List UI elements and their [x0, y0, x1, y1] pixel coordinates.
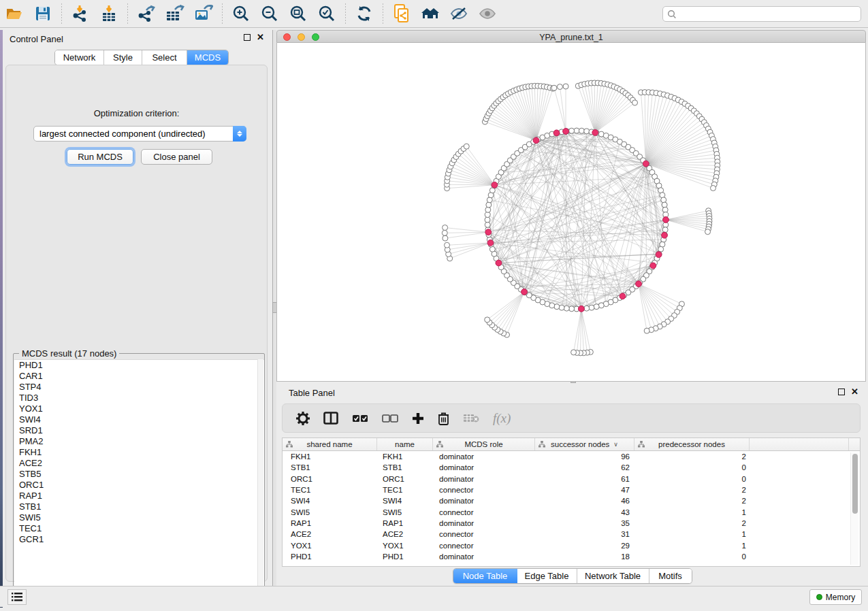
mcds-node[interactable]: [636, 281, 642, 287]
leaf-node[interactable]: [551, 85, 557, 90]
ring-node[interactable]: [662, 202, 667, 208]
function-fx-icon[interactable]: f(x): [493, 411, 511, 426]
result-item-yox1[interactable]: YOX1: [14, 403, 264, 414]
tab-motifs[interactable]: Motifs: [649, 569, 692, 583]
open-folder-icon[interactable]: [1, 2, 27, 25]
close-panel-icon[interactable]: ✕: [851, 389, 858, 395]
leaf-node[interactable]: [705, 229, 711, 235]
result-item-orc1[interactable]: ORC1: [14, 480, 264, 491]
task-history-button[interactable]: [7, 589, 27, 605]
column-header-mcds-role[interactable]: MCDS role: [433, 438, 535, 450]
leaf-node[interactable]: [443, 225, 448, 231]
ring-node[interactable]: [589, 305, 594, 310]
ring-node[interactable]: [485, 217, 490, 222]
leaf-node[interactable]: [442, 230, 447, 235]
leaf-node[interactable]: [557, 84, 562, 90]
table-row-yox1[interactable]: YOX1YOX1connector291: [283, 540, 860, 550]
mcds-node[interactable]: [592, 129, 598, 135]
result-item-tec1[interactable]: TEC1: [14, 523, 264, 534]
network-canvas[interactable]: [276, 43, 866, 382]
network-window-titlebar[interactable]: YPA_prune.txt_1: [276, 30, 866, 43]
zoom-out-icon[interactable]: [257, 2, 283, 25]
search-input[interactable]: [677, 7, 861, 20]
refresh-icon[interactable]: [351, 2, 377, 25]
save-icon[interactable]: [30, 2, 56, 25]
import-table-icon[interactable]: [96, 2, 122, 25]
mcds-node[interactable]: [643, 161, 649, 167]
tab-node-table[interactable]: Node Table: [453, 569, 517, 583]
leaf-node[interactable]: [443, 235, 448, 241]
split-columns-icon[interactable]: [323, 412, 338, 425]
result-item-fkh1[interactable]: FKH1: [14, 447, 264, 458]
destroy-table-icon[interactable]: [463, 413, 479, 423]
export-image-icon[interactable]: [191, 2, 216, 25]
result-item-swi5[interactable]: SWI5: [14, 512, 264, 523]
add-plus-icon[interactable]: [412, 412, 424, 425]
mcds-node[interactable]: [620, 293, 626, 299]
leaf-node[interactable]: [710, 185, 716, 191]
mcds-node[interactable]: [650, 263, 656, 269]
mcds-node[interactable]: [578, 306, 584, 312]
close-panel-icon[interactable]: ✕: [257, 34, 264, 41]
result-item-phd1[interactable]: PHD1: [14, 360, 264, 371]
share-documents-icon[interactable]: [389, 2, 415, 25]
ring-node[interactable]: [569, 306, 575, 312]
mcds-node[interactable]: [487, 240, 494, 246]
leaf-node[interactable]: [445, 242, 450, 248]
column-header-shared-name[interactable]: shared name: [283, 438, 377, 450]
result-item-rap1[interactable]: RAP1: [14, 491, 264, 501]
tab-style[interactable]: Style: [104, 50, 142, 65]
tab-network[interactable]: Network: [55, 50, 104, 65]
result-item-ace2[interactable]: ACE2: [14, 458, 264, 469]
result-item-stp4[interactable]: STP4: [14, 382, 264, 393]
ring-node[interactable]: [569, 128, 575, 133]
mcds-node[interactable]: [485, 229, 492, 235]
leaf-node[interactable]: [644, 328, 649, 333]
criterion-dropdown[interactable]: largest connected component (undirected): [33, 126, 246, 142]
ring-node[interactable]: [579, 128, 584, 133]
table-row-stb1[interactable]: STB1STB1dominator620: [283, 462, 860, 473]
mcds-node[interactable]: [492, 182, 498, 188]
ring-node[interactable]: [594, 304, 599, 310]
result-item-swi4[interactable]: SWI4: [14, 414, 264, 425]
ring-node[interactable]: [574, 128, 579, 133]
table-row-swi4[interactable]: SWI4SWI4dominator462: [283, 495, 860, 506]
table-row-rap1[interactable]: RAP1RAP1dominator352: [283, 518, 860, 529]
ring-node[interactable]: [584, 129, 590, 134]
result-item-stb1[interactable]: STB1: [14, 501, 264, 512]
ring-node[interactable]: [661, 197, 666, 203]
table-scrollbar[interactable]: [850, 452, 858, 565]
result-item-car1[interactable]: CAR1: [14, 371, 264, 382]
mcds-node[interactable]: [662, 232, 668, 238]
leaf-node[interactable]: [464, 144, 469, 149]
memory-button[interactable]: Memory: [809, 589, 862, 605]
export-table-icon[interactable]: [162, 2, 188, 25]
ring-node[interactable]: [485, 222, 490, 227]
ring-node[interactable]: [486, 202, 492, 208]
ring-node[interactable]: [485, 207, 491, 212]
tab-edge-table[interactable]: Edge Table: [517, 569, 577, 583]
table-row-swi5[interactable]: SWI5SWI5connector431: [283, 506, 860, 517]
mcds-node[interactable]: [521, 289, 528, 295]
mcds-node[interactable]: [563, 129, 569, 135]
show-eye-icon[interactable]: [475, 2, 500, 25]
import-network-icon[interactable]: [67, 2, 93, 25]
ring-node[interactable]: [662, 227, 668, 233]
table-row-phd1[interactable]: PHD1PHD1dominator180: [283, 551, 860, 562]
leaf-node[interactable]: [632, 100, 638, 105]
select-all-checkboxes-icon[interactable]: [352, 414, 368, 423]
mcds-node[interactable]: [663, 217, 669, 223]
ring-node[interactable]: [584, 306, 590, 311]
delete-trash-icon[interactable]: [438, 412, 449, 425]
table-scrollbar-thumb[interactable]: [852, 454, 858, 514]
zoom-in-icon[interactable]: [228, 2, 254, 25]
result-item-tid3[interactable]: TID3: [14, 393, 264, 403]
result-item-pma2[interactable]: PMA2: [14, 436, 264, 447]
ring-node[interactable]: [564, 306, 569, 311]
run-mcds-button[interactable]: Run MCDS: [67, 149, 133, 165]
ring-node[interactable]: [559, 305, 564, 310]
table-row-orc1[interactable]: ORC1ORC1dominator610: [283, 474, 860, 484]
tab-mcds[interactable]: MCDS: [187, 50, 228, 65]
table-row-tec1[interactable]: TEC1TEC1connector472: [283, 484, 860, 495]
export-network-icon[interactable]: [133, 2, 159, 25]
